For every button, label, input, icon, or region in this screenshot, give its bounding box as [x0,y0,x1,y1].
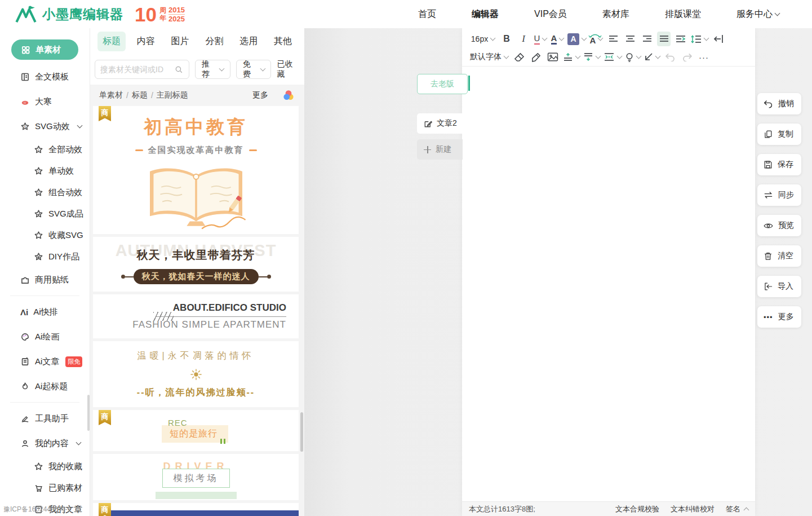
chevron-down-icon [77,123,82,129]
font-color-button[interactable]: A [551,32,564,46]
article-tab[interactable]: 文章2 [417,113,463,134]
space-above-button[interactable] [563,50,580,64]
rail-save-button[interactable]: 保存 [757,154,801,175]
font-family-select[interactable]: 默认字体 [469,50,509,64]
nav-vip[interactable]: VIP会员 [534,8,567,20]
nav-material-library[interactable]: 素材库 [602,8,629,20]
signature-toggle[interactable]: 签名 [726,504,748,514]
indent-button[interactable] [674,32,687,46]
insert-image-button[interactable] [546,50,560,64]
tab-divider[interactable]: 分割 [200,32,228,51]
dot-decoration [267,275,271,279]
new-article-button[interactable]: 新建 [417,139,463,160]
line-height-button[interactable] [691,32,708,46]
editor-content-area[interactable] [462,67,755,501]
highlight-color-button[interactable]: A [567,32,586,46]
nav-typesetting-class[interactable]: 排版课堂 [665,8,701,20]
proofread-link[interactable]: 文本纠错校对 [671,504,715,514]
rail-import-button[interactable]: 导入 [757,276,801,297]
corner-arrow-button[interactable] [644,50,660,64]
tab-image[interactable]: 图片 [166,32,194,51]
sidebar-item-my-content[interactable]: 我的内容 [0,431,90,456]
sidebar-item-dahan[interactable]: 大寒 [0,89,90,114]
compliance-check-link[interactable]: 文本合规校验 [615,504,659,514]
outdent-margin-button[interactable] [712,32,725,46]
material-card-partial[interactable]: 商 [93,503,299,516]
underline-button[interactable]: U [534,32,547,46]
panel-scrollbar-thumb[interactable] [300,412,303,452]
material-card-driver[interactable]: DRIVER 模拟考场 [93,454,299,500]
text-effect-button[interactable]: A [589,32,603,46]
bold-button[interactable]: B [500,32,513,46]
undo-button[interactable] [663,50,677,64]
sidebar-item-combo-effects[interactable]: N 组合动效 [0,182,90,203]
breadcrumb-more[interactable]: 更多 [252,90,268,100]
tab-selected[interactable]: 选用 [234,32,263,51]
tab-title[interactable]: 标题 [97,32,126,51]
material-card-autumn[interactable]: AUTUMN HARVEST 秋天，丰收里带着芬芳 秋天，犹如春天一样的迷人 [93,237,299,292]
star-s-icon: S [20,122,30,131]
material-card-studio[interactable]: ABOUT.EDIFICO STUDIO FASHION SIMPLE APAR… [93,294,299,338]
space-below-button[interactable] [583,50,600,64]
sidebar-item-ai-quick-layout[interactable]: Λi Ai快排 [0,299,90,324]
star-icon [34,462,43,471]
align-center-button[interactable] [623,32,637,46]
sidebar-item-full-template[interactable]: 全文模板 [0,64,90,89]
search-input[interactable] [100,65,174,74]
sidebar-item-tool-assistant[interactable]: 工具助手 [0,406,90,431]
letter-spacing-button[interactable] [604,50,622,64]
highlight-tool-button[interactable] [625,50,641,64]
material-card-education[interactable]: 商 初高中教育 全国实现改革高中教育 [93,106,299,234]
align-right-icon [642,35,652,43]
old-version-button[interactable]: 去老版 [417,74,468,94]
tab-content[interactable]: 内容 [132,32,160,51]
sidebar-item-svg-effects[interactable]: S SVG动效 [0,114,90,139]
sidebar-item-diy-works[interactable]: DIY作品 [0,246,90,267]
rail-sync-button[interactable]: 同步 [757,184,801,206]
sidebar-item-single-effect[interactable]: 1 单动效 [0,160,90,182]
search-icon[interactable] [174,65,184,74]
clear-format-button[interactable] [512,50,526,64]
filter-favorited[interactable]: 已收藏 [277,59,300,80]
font-size-select[interactable]: 16px [469,32,496,46]
sidebar-item-purchased[interactable]: 已购素材 [0,477,90,499]
filter-recommend[interactable]: 推荐 [195,60,230,79]
sidebar-item-my-favorites[interactable]: 我的收藏 [0,456,90,477]
redo-button[interactable] [680,50,694,64]
align-left-button[interactable] [606,32,620,46]
color-palette-icon[interactable] [282,89,295,102]
sidebar-item-commercial-stickers[interactable]: 商用贴纸 [0,267,90,292]
sidebar-item-ai-title[interactable]: Ai起标题 [0,374,90,399]
tab-other[interactable]: 其他 [269,32,297,51]
sidebar-scrollbar-thumb[interactable] [87,395,90,431]
sidebar-item-favorite-svg[interactable]: 收藏SVG [0,224,90,246]
sidebar-item-ai-painting[interactable]: Ai绘画 [0,324,90,349]
nav-editor[interactable]: 编辑器 [472,8,499,20]
filter-free[interactable]: 免费 [236,60,272,79]
material-card-travel[interactable]: 商 REC 短的是旅行 [93,410,299,451]
rail-copy-button[interactable]: 复制 [757,124,801,145]
align-right-button[interactable] [640,32,654,46]
format-painter-button[interactable] [529,50,543,64]
sidebar-item-all-effects[interactable]: s 全部动效 [0,139,90,160]
nav-service-center[interactable]: 服务中心 [736,8,779,20]
anniversary-number: 10 [135,5,157,24]
nav-home[interactable]: 首页 [418,8,436,20]
italic-button[interactable]: I [517,32,530,46]
align-justify-button[interactable] [657,32,671,46]
redo-icon [682,53,693,61]
toolbar-more-button[interactable]: ··· [697,50,711,64]
sidebar-item-svg-finished[interactable]: SVG成品 [0,203,90,224]
sidebar-item-single-material[interactable]: 单素材 [11,39,78,60]
star-diy-icon [34,252,43,262]
sidebar-item-ai-article[interactable]: Ai文章 限免 [0,349,90,374]
breadcrumb-part-1[interactable]: 单素材 [99,90,123,100]
breadcrumb-part-3[interactable]: 主副标题 [157,90,188,100]
rail-preview-button[interactable]: 预览 [757,215,801,236]
rail-undo-button[interactable]: 撤销 [757,93,801,114]
rail-more-button[interactable]: ••• 更多 [757,306,801,328]
rail-clear-button[interactable]: 清空 [757,245,801,267]
brand[interactable]: 小墨鹰编辑器 10 周 年 2015 2025 [15,2,185,26]
breadcrumb-part-2[interactable]: 标题 [132,90,148,100]
material-card-warm[interactable]: 温暖|永不凋落的情怀 --听，流年的风拂过脸颊-- [93,341,299,407]
